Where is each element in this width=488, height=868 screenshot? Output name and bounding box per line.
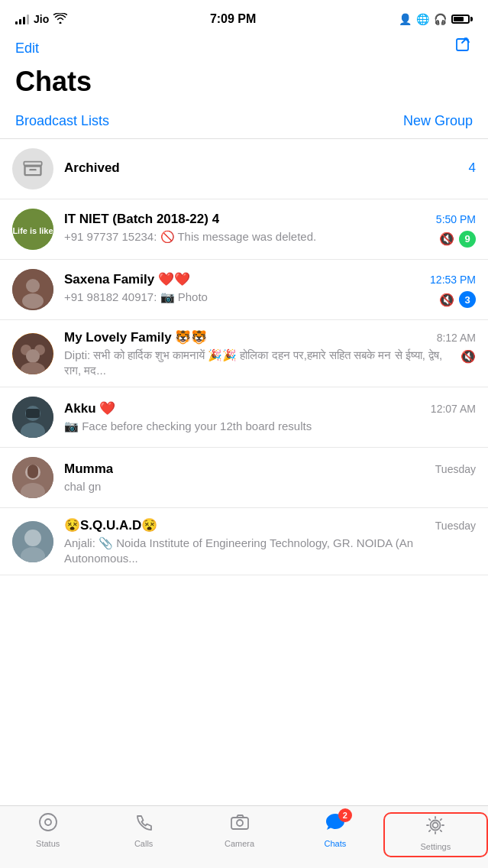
- archived-row[interactable]: Archived 4: [0, 139, 488, 199]
- chats-label: Chats: [325, 839, 347, 848]
- status-left: Jio: [15, 13, 67, 26]
- chat-time: Tuesday: [435, 520, 476, 532]
- svg-point-29: [431, 821, 441, 831]
- chat-info: Akku ❤️ 12:07 AM 📷 Face before checking …: [64, 400, 476, 434]
- list-item[interactable]: 😵S.Q.U.A.D😵 Tuesday Anjali: 📎 Noida Inst…: [0, 508, 488, 575]
- archived-count: 4: [469, 160, 476, 176]
- tab-status[interactable]: Status: [0, 812, 95, 848]
- chat-info: My Lovely Family 🐯🐯 8:12 AM Dipti: सभी क…: [64, 329, 476, 377]
- archived-label: Archived: [64, 160, 120, 176]
- chat-name: 😵S.Q.U.A.D😵: [64, 517, 157, 533]
- list-item[interactable]: My Lovely Family 🐯🐯 8:12 AM Dipti: सभी क…: [0, 320, 488, 387]
- svg-point-24: [40, 814, 57, 831]
- calls-icon: [134, 812, 154, 837]
- avatar: [12, 333, 53, 374]
- chat-time: 12:53 PM: [430, 274, 476, 286]
- chat-bottom: +91 97737 15234: 🚫 This message was dele…: [64, 229, 476, 248]
- svg-text:Life is like: Life is like: [12, 226, 53, 235]
- archived-top: Archived 4: [64, 160, 476, 176]
- tab-bar: Status Calls Camera 2 Chats: [0, 805, 488, 868]
- edit-button[interactable]: Edit: [15, 40, 39, 57]
- chat-name: IT NIET (Batch 2018-22) 4: [64, 212, 219, 227]
- list-item[interactable]: Akku ❤️ 12:07 AM 📷 Face before checking …: [0, 387, 488, 448]
- archived-avatar: [12, 148, 53, 189]
- svg-rect-0: [457, 39, 468, 50]
- svg-rect-20: [27, 465, 38, 478]
- mute-icon: 🔇: [439, 232, 454, 246]
- person-icon: 👤: [399, 13, 412, 25]
- wifi-icon: [53, 13, 67, 26]
- chat-info: IT NIET (Batch 2018-22) 4 5:50 PM +91 97…: [64, 212, 476, 248]
- mute-icon: 🔇: [439, 293, 454, 307]
- chats-badge: 2: [338, 808, 352, 822]
- status-label: Status: [36, 839, 60, 848]
- chats-icon: 2: [325, 812, 346, 837]
- page-title: Chats: [0, 66, 488, 107]
- unread-badge: 3: [459, 291, 476, 308]
- tab-camera[interactable]: Camera: [192, 812, 287, 848]
- chat-name: Akku ❤️: [64, 400, 115, 416]
- status-time: 7:09 PM: [210, 12, 256, 26]
- svg-point-7: [22, 293, 44, 309]
- compose-button[interactable]: [454, 37, 473, 60]
- camera-icon: [230, 812, 250, 837]
- chat-preview: +91 97737 15234: 🚫 This message was dele…: [64, 229, 435, 245]
- chat-preview: chal gn: [64, 479, 476, 494]
- chat-time: 5:50 PM: [436, 213, 476, 225]
- list-item[interactable]: Life is like IT NIET (Batch 2018-22) 4 5…: [0, 199, 488, 260]
- chat-preview: Dipti: सभी को हार्दिक शुभ कामनायें 🎉🎉 हो…: [64, 348, 456, 377]
- camera-label: Camera: [225, 839, 254, 848]
- svg-point-27: [237, 820, 243, 826]
- chat-name: Mumma: [64, 462, 113, 477]
- chat-time: Tuesday: [435, 463, 476, 475]
- status-right: 👤 🌐 🎧: [399, 13, 473, 25]
- svg-point-25: [45, 819, 51, 825]
- chat-badges: 🔇 9: [439, 231, 476, 248]
- chat-top: 😵S.Q.U.A.D😵 Tuesday: [64, 517, 476, 533]
- globe-icon: 🌐: [416, 13, 429, 25]
- chat-top: Akku ❤️ 12:07 AM: [64, 400, 476, 416]
- tab-chats[interactable]: 2 Chats: [287, 812, 383, 848]
- header: Edit: [0, 34, 488, 66]
- chat-name: Saxena Family ❤️❤️: [64, 271, 190, 287]
- chat-bottom: Dipti: सभी को हार्दिक शुभ कामनायें 🎉🎉 हो…: [64, 348, 476, 377]
- new-group-button[interactable]: New Group: [403, 113, 473, 129]
- unread-badge: 9: [459, 231, 476, 248]
- chat-time: 12:07 AM: [431, 403, 476, 415]
- settings-label: Settings: [420, 842, 451, 851]
- chat-top: My Lovely Family 🐯🐯 8:12 AM: [64, 329, 476, 345]
- chat-bottom: +91 98182 40917: 📷 Photo 🔇 3: [64, 290, 476, 308]
- avatar: [12, 521, 53, 562]
- chat-time: 8:12 AM: [437, 332, 476, 344]
- svg-rect-2: [24, 162, 41, 166]
- avatar: Life is like: [12, 209, 53, 250]
- status-icon: [38, 812, 58, 837]
- chat-preview: +91 98182 40917: 📷 Photo: [64, 290, 435, 305]
- list-item[interactable]: Saxena Family ❤️❤️ 12:53 PM +91 98182 40…: [0, 260, 488, 320]
- chat-bottom: chal gn: [64, 479, 476, 494]
- broadcast-lists-button[interactable]: Broadcast Lists: [15, 113, 109, 129]
- chat-badges: 🔇: [461, 349, 476, 364]
- battery-icon: [451, 15, 473, 24]
- chat-preview: Anjali: 📎 Noida Institute of Engineering…: [64, 536, 476, 565]
- list-item[interactable]: Mumma Tuesday chal gn: [0, 448, 488, 508]
- svg-point-22: [24, 530, 41, 546]
- tab-calls[interactable]: Calls: [95, 812, 191, 848]
- chat-badges: 🔇 3: [439, 291, 476, 308]
- headphones-icon: 🎧: [434, 13, 447, 25]
- avatar: [12, 269, 53, 310]
- svg-point-6: [26, 279, 40, 293]
- chat-top: Mumma Tuesday: [64, 462, 476, 477]
- svg-rect-16: [26, 409, 40, 418]
- chat-info: Mumma Tuesday chal gn: [64, 462, 476, 494]
- action-bar: Broadcast Lists New Group: [0, 107, 488, 139]
- chat-info: Saxena Family ❤️❤️ 12:53 PM +91 98182 40…: [64, 271, 476, 308]
- svg-point-11: [26, 349, 40, 363]
- chat-list: Life is like IT NIET (Batch 2018-22) 4 5…: [0, 199, 488, 575]
- tab-settings[interactable]: Settings: [383, 812, 488, 857]
- chat-info: 😵S.Q.U.A.D😵 Tuesday Anjali: 📎 Noida Inst…: [64, 517, 476, 565]
- status-bar: Jio 7:09 PM 👤 🌐 🎧: [0, 0, 488, 34]
- chat-preview: 📷 Face before checking your 12th board r…: [64, 419, 476, 434]
- signal-bars: [15, 14, 29, 24]
- archived-info: Archived 4: [64, 160, 476, 178]
